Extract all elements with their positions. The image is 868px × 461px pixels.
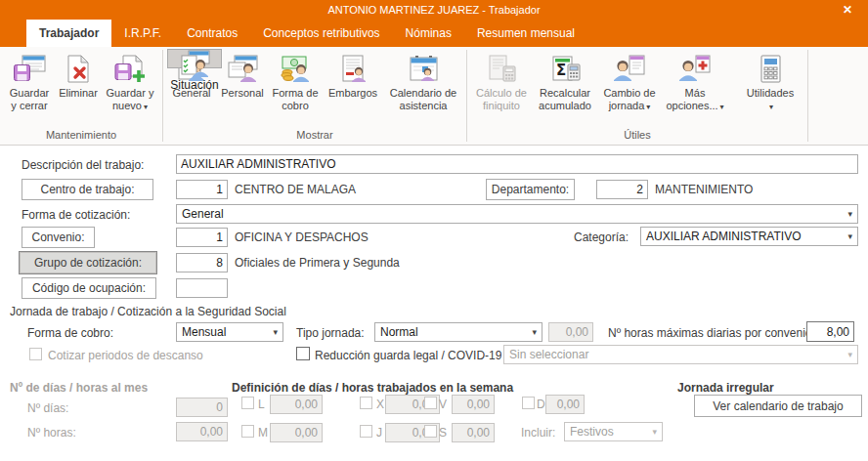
mas-opciones-button[interactable]: Más opciones...▾ bbox=[661, 49, 729, 127]
button-label: Guardar y nuevo▾ bbox=[104, 87, 156, 113]
forma-cotizacion-label: Forma de cotización: bbox=[22, 208, 130, 222]
button-label: Forma de cobro bbox=[271, 87, 320, 112]
recalcular-acumulado-button[interactable]: Σ Recalcular acumulado bbox=[532, 49, 598, 127]
ribbon: Guardar y cerrar Eliminar Guardar y nuev… bbox=[0, 47, 868, 146]
chevron-down-icon: ▾ bbox=[847, 350, 852, 359]
save-close-icon bbox=[13, 52, 46, 87]
cotizar-descanso-label: Cotizar periodos de descanso bbox=[48, 349, 203, 362]
situacion-icon bbox=[179, 50, 210, 79]
incluir-label: Incluir: bbox=[521, 426, 555, 440]
departamento-code-input[interactable] bbox=[596, 180, 648, 199]
ndias-label: Nº días: bbox=[27, 401, 68, 415]
incluir-select: Festivos ▾ bbox=[564, 422, 663, 441]
forma-cobro-select[interactable]: Mensual ▾ bbox=[176, 322, 283, 342]
utilidades-button[interactable]: Utilidades▾ bbox=[737, 49, 803, 127]
forma-de-cobro-button[interactable]: Forma de cobro bbox=[269, 49, 322, 127]
chevron-down-icon: ▾ bbox=[532, 327, 537, 337]
tab-resumen-mensual[interactable]: Resumen mensual bbox=[464, 20, 587, 47]
button-label: Personal bbox=[221, 87, 263, 100]
sigma-icon: Σ bbox=[549, 52, 581, 87]
finiquito-icon bbox=[486, 52, 517, 87]
horas-maximas-label: Nº horas máximas diarias por convenio: bbox=[608, 326, 815, 340]
select-value: General bbox=[182, 207, 224, 221]
forma-cobro-label: Forma de cobro: bbox=[27, 326, 113, 340]
day-v-label: V bbox=[439, 398, 447, 411]
cambio-de-jornada-button[interactable]: Cambio de jornada▾ bbox=[598, 49, 661, 127]
guardar-y-cerrar-button[interactable]: Guardar y cerrar bbox=[4, 49, 55, 127]
centro-de-trabajo-button[interactable]: Centro de trabajo: bbox=[22, 179, 153, 200]
descripcion-input[interactable] bbox=[176, 154, 858, 174]
day-l-checkbox bbox=[241, 397, 254, 409]
situacion-button[interactable]: Situación bbox=[167, 49, 222, 68]
embargos-icon bbox=[337, 52, 369, 87]
chevron-down-icon: ▾ bbox=[847, 209, 852, 219]
reduccion-covid-label: Reducción guarda legal / COVID-19 bbox=[315, 349, 501, 362]
jornada-irregular-header: Jornada irregular bbox=[677, 381, 774, 395]
close-icon[interactable]: ✕ bbox=[843, 3, 852, 17]
convenio-code-input[interactable] bbox=[176, 228, 228, 247]
delete-icon bbox=[64, 52, 93, 87]
guardar-y-nuevo-button[interactable]: Guardar y nuevo▾ bbox=[102, 49, 158, 127]
ndias-input bbox=[176, 398, 228, 417]
payment-icon bbox=[280, 52, 311, 87]
forma-cotizacion-select[interactable]: General ▾ bbox=[176, 204, 858, 224]
eliminar-button[interactable]: Eliminar bbox=[55, 49, 102, 127]
convenio-name-text: OFICINA Y DESPACHOS bbox=[235, 230, 369, 244]
ribbon-group-mantenimiento: Guardar y cerrar Eliminar Guardar y nuev… bbox=[0, 47, 162, 145]
day-l-input bbox=[270, 395, 323, 414]
tab-nominas[interactable]: Nóminas bbox=[393, 20, 464, 47]
centro-code-input[interactable] bbox=[176, 180, 228, 199]
chevron-down-icon: ▾ bbox=[652, 427, 657, 437]
group-label-mantenimiento: Mantenimiento bbox=[0, 127, 162, 145]
cotizar-descanso-checkbox bbox=[29, 348, 42, 360]
ribbon-group-mostrar: General Personal Situación bbox=[163, 47, 466, 145]
grupo-cotizacion-code-input[interactable] bbox=[176, 253, 228, 272]
button-label: Situación bbox=[170, 79, 218, 92]
button-label: Cambio de jornada▾ bbox=[600, 87, 659, 113]
embargos-button[interactable]: Embargos bbox=[322, 49, 384, 127]
tipo-jornada-label: Tipo jornada: bbox=[296, 326, 365, 340]
jornada-section-title: Jornada de trabajo / Cotización a la Seg… bbox=[10, 305, 286, 318]
calendario-de-asistencia-button[interactable]: Calendario de asistencia bbox=[384, 49, 462, 127]
ver-calendario-button[interactable]: Ver calendario de trabajo bbox=[694, 395, 862, 417]
button-label: Eliminar bbox=[59, 87, 98, 100]
window-title: ANTONIO MARTINEZ JUAREZ - Trabajador bbox=[327, 4, 540, 16]
day-l-label: L bbox=[258, 398, 265, 411]
departamento-button[interactable]: Departamento: bbox=[486, 179, 575, 200]
dropdown-arrow-icon: ▾ bbox=[144, 103, 148, 111]
descripcion-label: Descripción del trabajo: bbox=[22, 158, 144, 172]
day-x-label: X bbox=[376, 398, 384, 411]
group-label-utiles: Útiles bbox=[467, 127, 807, 145]
horas-maximas-input[interactable] bbox=[806, 321, 854, 342]
categoria-select[interactable]: AUXILIAR ADMINISTRATIVO ▾ bbox=[640, 227, 858, 246]
semana-header: Definición de días / horas trabajados en… bbox=[232, 381, 513, 395]
select-value: AUXILIAR ADMINISTRATIVO bbox=[646, 230, 801, 243]
tipo-jornada-select[interactable]: Normal ▾ bbox=[374, 322, 542, 342]
tab-irpf[interactable]: I.R.P.F. bbox=[111, 20, 174, 47]
group-label-mostrar: Mostrar bbox=[163, 127, 466, 145]
grupo-cotizacion-button[interactable]: Grupo de cotización: bbox=[19, 251, 157, 274]
trabajador-window: ANTONIO MARTINEZ JUAREZ - Trabajador ✕ T… bbox=[0, 0, 868, 461]
select-value: Festivos bbox=[570, 425, 614, 439]
codigo-ocupacion-button[interactable]: Código de ocupación: bbox=[22, 277, 156, 299]
tab-contratos[interactable]: Contratos bbox=[174, 20, 250, 47]
codigo-ocupacion-input[interactable] bbox=[176, 278, 228, 298]
categoria-label: Categoría: bbox=[574, 230, 629, 244]
day-j-checkbox bbox=[360, 425, 372, 438]
title-bar: ANTONIO MARTINEZ JUAREZ - Trabajador ✕ bbox=[0, 0, 868, 20]
day-s-label: S bbox=[439, 426, 447, 440]
tab-trabajador[interactable]: Trabajador bbox=[26, 20, 111, 47]
select-value: Sin seleccionar bbox=[509, 348, 588, 361]
calculo-de-finiquito-button: Cálculo de finiquito bbox=[471, 49, 532, 127]
convenio-button[interactable]: Convenio: bbox=[22, 227, 95, 248]
tab-conceptos-retributivos[interactable]: Conceptos retributivos bbox=[250, 20, 392, 47]
button-label: Más opciones...▾ bbox=[663, 87, 727, 113]
button-label: Recalcular acumulado bbox=[534, 87, 596, 112]
svg-text:Σ: Σ bbox=[556, 62, 566, 79]
ribbon-separator bbox=[807, 50, 808, 142]
reduccion-covid-checkbox[interactable] bbox=[296, 347, 310, 360]
personal-button[interactable]: Personal bbox=[216, 49, 269, 127]
button-label: Utilidades▾ bbox=[747, 87, 794, 113]
grupo-cotizacion-name-text: Oficiales de Primera y Segunda bbox=[235, 256, 400, 270]
ribbon-group-utiles: Cálculo de finiquito Σ Recalcular acumul… bbox=[467, 47, 807, 145]
